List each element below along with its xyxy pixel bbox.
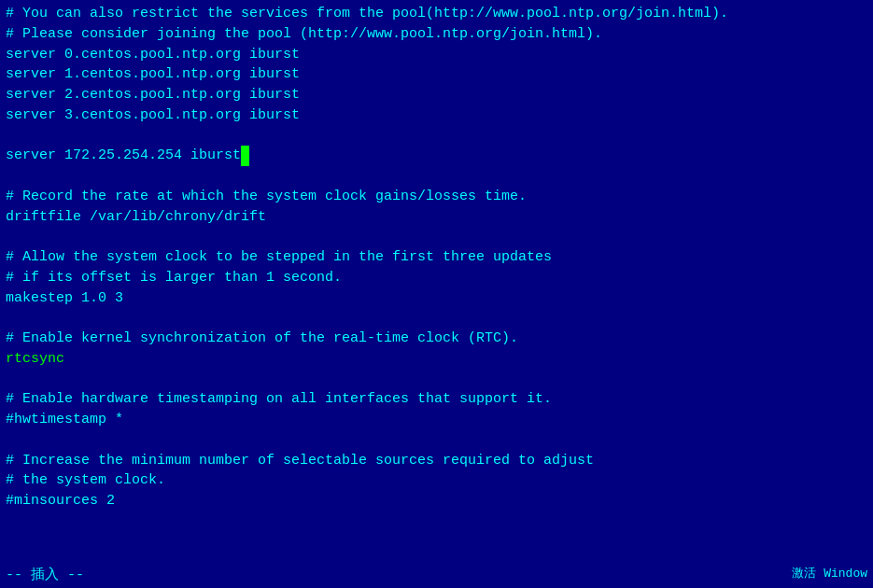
- line-3: server 0.centos.pool.ntp.org iburst: [6, 45, 867, 65]
- line-14: # if its offset is larger than 1 second.: [6, 268, 867, 288]
- line-13: # Allow the system clock to be stepped i…: [6, 247, 867, 268]
- line-20: # Enable hardware timestamping on all in…: [6, 389, 867, 410]
- line-11: driftfile /var/lib/chrony/drift: [6, 207, 867, 228]
- insert-mode-label: -- 插入 --: [6, 566, 84, 586]
- line-15: makestep 1.0 3: [6, 288, 867, 309]
- line-10: # Record the rate at which the system cl…: [6, 187, 867, 207]
- line-blank-3: [6, 227, 867, 247]
- window-status-label: 激活 Window: [792, 566, 867, 586]
- line-24: # the system clock.: [6, 470, 867, 491]
- line-blank-5: [6, 370, 867, 390]
- terminal[interactable]: # You can also restrict the services fro…: [0, 0, 873, 588]
- status-bar: -- 插入 -- 激活 Window: [0, 564, 873, 588]
- text-cursor: [241, 146, 249, 166]
- line-5: server 2.centos.pool.ntp.org iburst: [6, 85, 867, 105]
- line-blank-2: [6, 166, 867, 187]
- line-17: # Enable kernel synchronization of the r…: [6, 329, 867, 349]
- line-23: # Increase the minimum number of selecta…: [6, 451, 867, 471]
- line-1: # You can also restrict the services fro…: [6, 4, 867, 24]
- line-blank-6: [6, 430, 867, 451]
- rtcsync-text: rtcsync: [6, 351, 64, 367]
- line-8: server 172.25.254.254 iburst: [6, 146, 867, 166]
- line-2: # Please consider joining the pool (http…: [6, 24, 867, 45]
- line-6: server 3.centos.pool.ntp.org iburst: [6, 105, 867, 126]
- line-25: #minsources 2: [6, 491, 867, 511]
- line-4: server 1.centos.pool.ntp.org iburst: [6, 64, 867, 85]
- line-21: #hwtimestamp *: [6, 410, 867, 430]
- line-blank-1: [6, 126, 867, 147]
- line-18: rtcsync: [6, 349, 867, 370]
- line-blank-4: [6, 308, 867, 329]
